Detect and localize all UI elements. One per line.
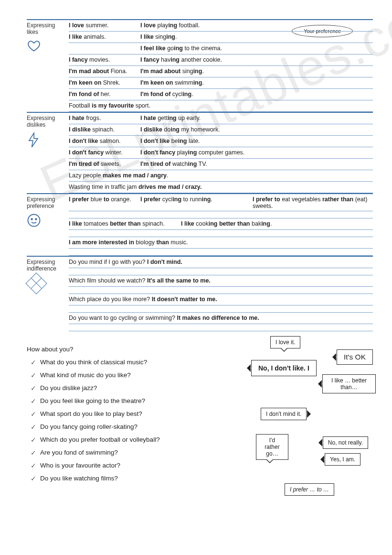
text: I'm keen on	[140, 79, 175, 86]
text: go	[167, 45, 174, 52]
text: play	[157, 22, 168, 29]
bubble-no-dont-like: No, I don't like. I	[251, 360, 317, 376]
table-cell: Do you want to go cycling or swimming? I…	[69, 315, 373, 322]
text: Wasting time in traffic jam	[69, 184, 138, 190]
text: sing	[155, 33, 166, 40]
table-row: I dislike spinach.I dislike doing my hom…	[69, 124, 373, 136]
text: is my favourite	[92, 102, 134, 109]
table-row: I don't like salmon.I don't like being l…	[69, 136, 373, 147]
text: drives me mad / crazy.	[138, 184, 201, 190]
section: ExpressinglikesI love summer.I love play…	[27, 19, 373, 112]
text: It makes no difference to me.	[177, 315, 259, 321]
table-cell: I hate frogs.	[69, 115, 140, 122]
text: I'm mad about	[69, 68, 111, 75]
table-cell: I dislike spinach.	[69, 126, 140, 134]
text: Which place do you like more?	[69, 296, 152, 303]
table-row: Lazy people makes me mad / angry.	[69, 170, 373, 182]
text: I am more interested in	[69, 239, 136, 246]
diamond-icon	[27, 276, 69, 291]
table-row: I like animals.I like singing.	[69, 32, 373, 43]
bubble-its-ok: It's OK	[337, 349, 373, 365]
text: I like	[69, 220, 84, 227]
bubble-rather-go: I'd rather go…	[256, 434, 288, 460]
gap-row	[69, 324, 373, 331]
text: do	[164, 126, 170, 133]
table-cell: I'm tired of sweets.	[69, 161, 140, 168]
text: Shrek.	[103, 79, 120, 86]
table-cell: I like singing.	[140, 33, 373, 41]
text: ing	[202, 196, 211, 203]
check-icon: ✓	[27, 449, 40, 457]
text: play	[177, 149, 188, 156]
svg-point-3	[35, 218, 37, 220]
text: .	[270, 220, 272, 227]
text: music.	[169, 239, 188, 246]
text: to	[104, 196, 109, 203]
section-label: Expressinglikes	[27, 20, 69, 112]
text: be	[171, 138, 178, 144]
table-row: I'm mad about Fiona.I'm mad about singin…	[69, 66, 373, 77]
table-cell: I hate getting up early.	[140, 115, 373, 122]
svg-point-2	[31, 218, 32, 220]
table-cell: I don't fancy playing computer games.	[140, 149, 373, 157]
text: cycl	[162, 196, 173, 203]
check-icon: ✓	[27, 436, 40, 444]
section-body: I love summer.I love playing football.I …	[69, 20, 373, 112]
check-icon: ✓	[27, 384, 40, 392]
table-row: Football is my favourite sport.	[69, 100, 373, 112]
text: .	[191, 91, 193, 98]
text: I prefer	[69, 196, 91, 203]
text: I hate	[140, 115, 158, 121]
text: up early.	[177, 115, 201, 121]
text: I'm keen on	[69, 79, 103, 86]
text: I don't like	[69, 138, 100, 144]
section-body: I prefer blue to orange.I prefer cycling…	[69, 194, 373, 256]
text: gett	[158, 115, 168, 121]
text: cycl	[172, 91, 183, 98]
gap-row	[69, 305, 373, 313]
list-item: ✓What sport do you like to play best?	[27, 410, 213, 418]
text: spinach.	[141, 220, 165, 227]
table-row: I hate frogs.I hate getting up early.	[69, 113, 373, 124]
text: makes me mad / angry	[103, 172, 167, 179]
text: to runn	[181, 196, 201, 203]
text: ing	[188, 149, 197, 156]
text: I prefer	[140, 196, 162, 203]
gap-row	[69, 268, 373, 275]
table-row: I don't fancy winter.I don't fancy playi…	[69, 147, 373, 159]
list-item: ✓What kind of music do you like?	[27, 371, 213, 379]
text: I prefer to	[253, 196, 282, 203]
gap-row	[69, 249, 373, 256]
text: I don't like	[140, 138, 171, 144]
svg-marker-0	[29, 133, 38, 147]
text: than	[156, 239, 169, 246]
text: .	[167, 172, 168, 179]
text: cook	[196, 220, 208, 227]
table-row: I fancy movies.I fancy having another co…	[69, 54, 373, 66]
text: Which film should we watch?	[69, 277, 147, 284]
bubble-not-really: No, not really.	[323, 436, 368, 449]
check-icon: ✓	[27, 359, 40, 366]
questions-area: How about you? ✓What do you think of cla…	[27, 346, 373, 488]
question-text: Who is your favourite actor?	[40, 462, 120, 469]
text: .	[202, 68, 203, 75]
list-item: ✓Do you fancy going roller-skating?	[27, 423, 213, 431]
table-cell: I like tomatoes better than spinach.	[69, 220, 181, 228]
table-row: I feel like going to the cinema.	[69, 43, 373, 54]
text: I fancy	[69, 56, 89, 63]
table-cell: I prefer blue to orange.	[69, 196, 140, 209]
text: summer.	[85, 22, 108, 29]
check-icon: ✓	[27, 423, 40, 431]
text: TV.	[197, 161, 207, 167]
text: frogs.	[86, 115, 101, 121]
text: eat vegetables	[282, 196, 322, 203]
text: .	[175, 33, 177, 40]
table-row: Which film should we watch? It's all the…	[69, 275, 373, 287]
table-row: Do you mind if I go with you? I don't mi…	[69, 257, 373, 268]
list-item: ✓Which do you prefer football or volleyb…	[27, 436, 213, 444]
table-cell: I'm fond of her.	[69, 91, 140, 98]
table-cell: I prefer cycling to running.	[140, 196, 253, 209]
bubble-love-it: I love it.	[270, 336, 300, 348]
table-cell: I'm mad about singing.	[140, 68, 373, 76]
table-cell: I love playing football.	[140, 22, 373, 30]
